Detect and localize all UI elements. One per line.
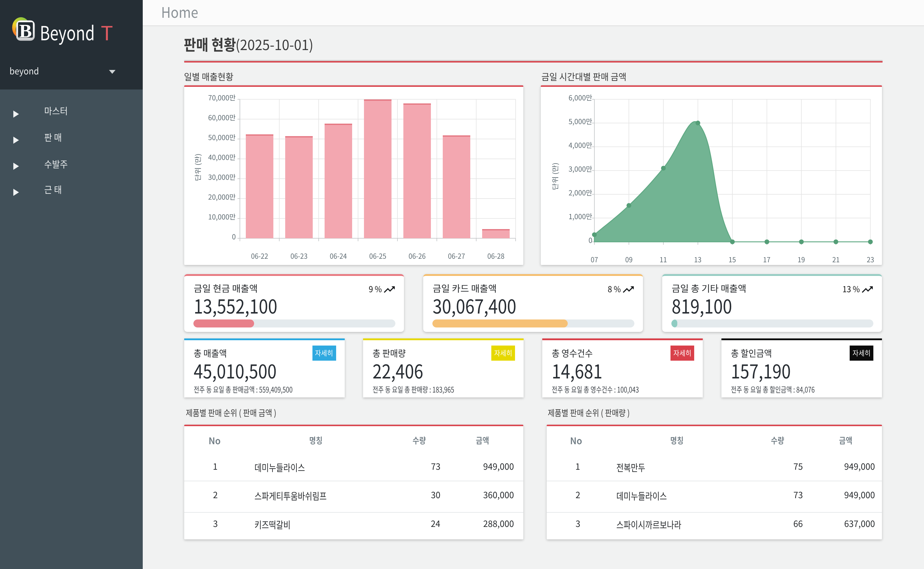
svg-text:B: B	[19, 20, 32, 41]
